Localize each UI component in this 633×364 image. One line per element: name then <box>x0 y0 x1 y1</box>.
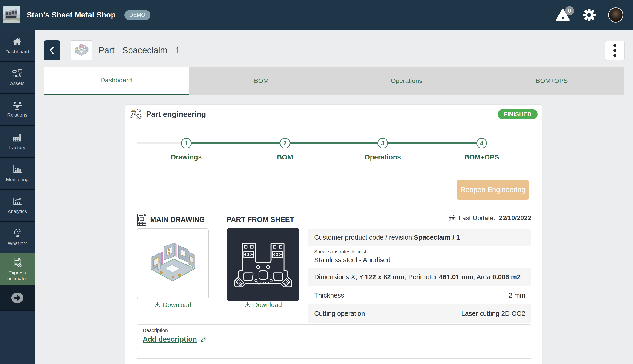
customer-code-row: Customer product code / revision: Spacec… <box>308 229 531 246</box>
tab-bom-ops[interactable]: BOM+OPS <box>479 67 624 95</box>
sheet-part-preview[interactable] <box>227 228 299 301</box>
sidebar-item-label: What if ? <box>7 240 28 246</box>
customer-code-value: Spaceclaim / 1 <box>414 234 460 241</box>
substrate-value: Stainless steel - Anodised <box>314 256 525 264</box>
tab-bom[interactable]: BOM <box>189 67 334 95</box>
user-avatar[interactable] <box>608 7 623 22</box>
sidebar-item-assets[interactable]: Assets <box>0 62 35 94</box>
main-drawing-heading: MAIN DRAWING <box>136 212 205 227</box>
cad-model-image <box>144 240 201 288</box>
sidebar-item-relations[interactable]: Relations <box>0 94 35 126</box>
column-divider <box>218 227 218 312</box>
tab-operations[interactable]: Operations <box>334 67 479 95</box>
app-root: Stan's Sheet Metal Shop DEMO 0 <box>0 0 633 364</box>
more-options-button[interactable] <box>605 41 625 60</box>
sidebar-item-label: Factory <box>8 145 26 150</box>
arrow-right-icon <box>10 291 25 304</box>
demo-badge: DEMO <box>124 10 150 20</box>
sidebar-collapse-toggle[interactable] <box>0 286 35 311</box>
step-circle-2: 2 <box>280 138 290 148</box>
back-button[interactable] <box>44 40 60 60</box>
dimensions-value: 122 x 82 mm <box>365 273 405 281</box>
sidebar-item-label: Dashboard <box>5 49 30 54</box>
add-description-link[interactable]: Add description <box>143 335 207 344</box>
reopen-engineering-button[interactable]: Reopen Engineering <box>457 180 529 200</box>
sidebar-item-monitoring[interactable]: Monitoring <box>0 158 35 190</box>
thickness-value: 2 mm <box>509 292 526 299</box>
stepper-line-inactive <box>137 142 186 144</box>
download-main-drawing-link[interactable]: Download <box>137 301 209 308</box>
settings-button[interactable] <box>582 8 596 22</box>
bar-chart-icon <box>12 164 23 175</box>
people-network-icon <box>12 101 23 110</box>
description-section: Description Add description <box>137 324 531 349</box>
sheet-part-image <box>231 236 295 293</box>
part-details: Customer product code / revision: Spacec… <box>308 229 531 323</box>
tab-dashboard[interactable]: Dashboard <box>44 67 189 95</box>
topbar-actions: 0 <box>556 7 623 22</box>
engineer-icon <box>130 108 142 120</box>
factory-icon <box>12 132 23 143</box>
card-title: Part engineering <box>146 110 206 118</box>
notifications-button[interactable]: 0 <box>556 8 570 22</box>
sidebar-item-label: Analytics <box>7 209 28 214</box>
building-photo <box>3 6 20 24</box>
gear-icon <box>582 8 596 22</box>
sidebar-item-what-if[interactable]: What if ? <box>0 222 35 254</box>
cutting-operation-row: Cutting operation Laser cutting 2D CO2 <box>308 304 531 323</box>
main-drawing-preview[interactable] <box>137 228 209 300</box>
sidebar-filler <box>0 311 35 339</box>
step-label-bom: BOM <box>248 153 322 161</box>
area-value: 0.006 m2 <box>492 273 521 281</box>
card-header: Part engineering FINISHED <box>125 104 542 124</box>
dimensions-row: Dimensions X, Y: 122 x 82 mm , Perimeter… <box>308 268 531 286</box>
sidebar: Dashboard Assets <box>0 30 35 364</box>
stepper-line <box>186 142 482 144</box>
download-icon <box>154 302 161 308</box>
thinking-person-icon <box>12 228 23 238</box>
last-update-date: 22/10/2022 <box>499 214 531 222</box>
notification-count-badge: 0 <box>565 6 574 16</box>
sidebar-item-label: Assets <box>9 81 25 86</box>
sidebar-item-factory[interactable]: Factory <box>0 126 35 158</box>
part-from-sheet-heading: PART FROM SHEET <box>227 212 294 227</box>
last-update: Last Update: 22/10/2022 <box>449 214 531 222</box>
kebab-dot <box>613 44 616 47</box>
analytics-chart-icon <box>12 196 23 206</box>
download-sheet-part-link[interactable]: Download <box>227 301 299 308</box>
chevron-left-icon <box>48 46 56 55</box>
perimeter-value: 461.01 mm <box>439 273 473 281</box>
page-title: Part - Spaceclaim - 1 <box>98 40 180 60</box>
company-logo <box>3 6 20 24</box>
cad-model-small <box>73 43 90 58</box>
step-circle-3: 3 <box>378 138 388 148</box>
sidebar-item-express-estimator[interactable]: Express estimator <box>0 254 35 286</box>
part-thumbnail[interactable] <box>71 40 92 60</box>
sidebar-item-label: Monitoring <box>5 177 30 182</box>
topbar: Stan's Sheet Metal Shop DEMO 0 <box>0 0 633 30</box>
section-divider <box>137 358 531 359</box>
sidebar-item-analytics[interactable]: Analytics <box>0 190 35 222</box>
pencil-icon <box>200 336 207 343</box>
sidebar-item-label: Express estimator <box>0 270 35 281</box>
step-circle-1: 1 <box>181 138 192 148</box>
step-label-operations: Operations <box>346 153 420 161</box>
substrate-row: Sheet substrates & finish Stainless stee… <box>308 246 531 268</box>
sidebar-item-label: Relations <box>6 112 28 118</box>
step-label-bom-ops: BOM+OPS <box>445 153 518 161</box>
app-title: Stan's Sheet Metal Shop <box>27 10 116 19</box>
cutting-operation-value: Laser cutting 2D CO2 <box>461 310 525 317</box>
description-label: Description <box>143 328 525 334</box>
step-circle-4: 4 <box>476 138 487 148</box>
status-badge: FINISHED <box>498 109 537 120</box>
estimator-document-icon <box>12 257 22 268</box>
step-label-drawings: Drawings <box>150 153 223 161</box>
part-engineering-card: Part engineering FINISHED 1 2 3 4 Drawin… <box>125 104 542 364</box>
calendar-icon <box>449 214 456 222</box>
sidebar-item-dashboard[interactable]: Dashboard <box>0 30 35 62</box>
assets-icon <box>12 68 23 78</box>
thickness-row: Thickness 2 mm <box>308 286 531 304</box>
technical-drawing-icon <box>136 214 147 226</box>
home-icon <box>12 36 23 47</box>
download-icon <box>244 302 251 308</box>
